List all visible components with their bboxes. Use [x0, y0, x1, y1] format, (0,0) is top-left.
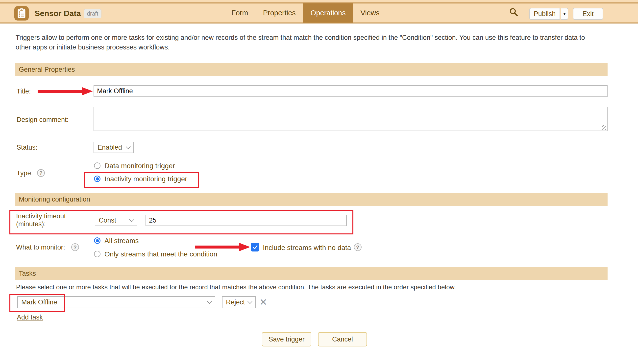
section-monitoring-configuration: Monitoring configuration [15, 193, 607, 206]
annotation-arrow-title [38, 86, 93, 96]
what-to-monitor-label: What to monitor: [16, 243, 65, 251]
radio-inactivity-monitoring-label[interactable]: Inactivity monitoring trigger [104, 175, 187, 183]
inactivity-timeout-label: Inactivity timeout (minutes): [16, 212, 88, 228]
search-button[interactable] [509, 7, 519, 17]
exit-button[interactable]: Exit [573, 8, 603, 20]
task-select[interactable]: Mark Offline [17, 296, 215, 308]
radio-all-streams[interactable] [94, 238, 101, 244]
header-bottom-border [0, 22, 638, 24]
chevron-down-icon [126, 144, 131, 149]
radio-data-monitoring-label[interactable]: Data monitoring trigger [104, 162, 175, 170]
app-logo [14, 6, 29, 20]
tab-properties[interactable]: Properties [256, 4, 303, 22]
checkmark-icon [252, 244, 258, 250]
title-label: Title: [17, 87, 31, 95]
page-description: Triggers allow to perform one or more ta… [16, 33, 596, 52]
status-label: Status: [17, 144, 37, 151]
type-help-icon[interactable]: ? [37, 169, 45, 177]
tab-operations[interactable]: Operations [303, 4, 353, 22]
section-tasks: Tasks [15, 267, 607, 280]
radio-all-streams-label[interactable]: All streams [104, 237, 139, 245]
radio-inactivity-monitoring[interactable] [94, 176, 101, 182]
publish-dropdown-button[interactable]: ▾ [561, 8, 568, 20]
tab-views[interactable]: Views [353, 4, 387, 22]
radio-data-monitoring[interactable] [94, 162, 101, 169]
what-to-monitor-help-icon[interactable]: ? [71, 243, 79, 251]
task-action-select[interactable]: Reject [222, 296, 256, 308]
resize-handle-icon[interactable] [602, 125, 606, 130]
timeout-mode-value: Const [99, 216, 116, 224]
cancel-button[interactable]: Cancel [318, 332, 367, 346]
annotation-arrow-checkbox [195, 242, 250, 252]
section-general-properties: General Properties [15, 63, 607, 76]
task-select-value: Mark Offline [21, 298, 57, 306]
tasks-description: Please select one or more tasks that wil… [16, 284, 605, 291]
status-select-value: Enabled [98, 144, 122, 151]
operations-page: Sensor Data draft Form Properties Operat… [0, 0, 638, 364]
save-trigger-button[interactable]: Save trigger [262, 332, 311, 346]
chevron-down-icon [207, 299, 212, 304]
radio-condition-streams[interactable] [94, 251, 101, 257]
status-select[interactable]: Enabled [94, 142, 134, 153]
app-title: Sensor Data [35, 9, 81, 18]
tab-form[interactable]: Form [224, 4, 256, 22]
type-label: Type: [17, 169, 33, 177]
search-icon [509, 7, 519, 17]
clipboard-icon [17, 8, 27, 19]
design-comment-textarea[interactable] [94, 107, 607, 131]
app-header: Sensor Data draft Form Properties Operat… [0, 0, 638, 24]
nav-tabs: Form Properties Operations Views [224, 4, 387, 22]
design-comment-label: Design comment: [17, 116, 69, 124]
task-action-value: Reject [226, 298, 245, 306]
title-input[interactable] [94, 85, 607, 97]
publish-button[interactable]: Publish [529, 8, 560, 20]
timeout-value-input[interactable] [146, 215, 347, 226]
remove-task-icon[interactable]: ✕ [259, 298, 267, 307]
include-streams-help-icon[interactable]: ? [354, 243, 362, 251]
include-streams-label[interactable]: Include streams with no data [263, 244, 351, 252]
chevron-down-icon [129, 217, 134, 222]
timeout-mode-select[interactable]: Const [95, 215, 137, 226]
status-badge: draft [84, 9, 102, 18]
add-task-link[interactable]: Add task [17, 314, 43, 321]
include-streams-checkbox[interactable] [251, 243, 259, 252]
chevron-down-icon [247, 299, 252, 304]
